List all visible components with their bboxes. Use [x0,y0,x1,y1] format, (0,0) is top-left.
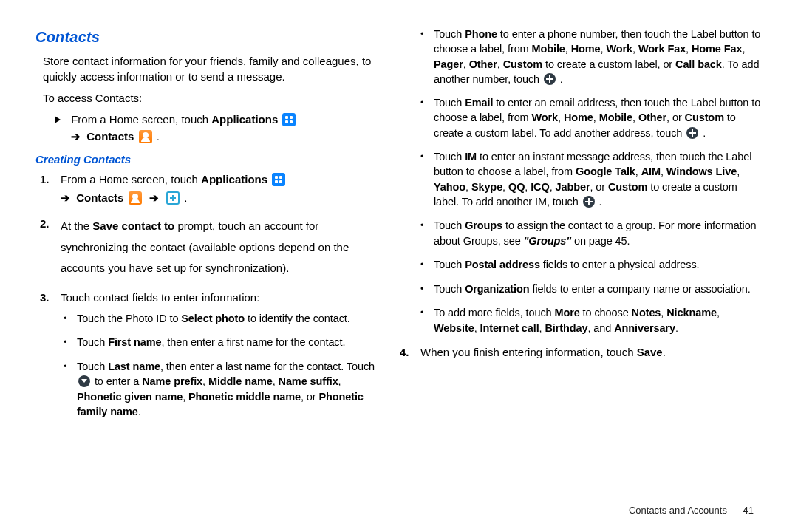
arrow-icon: ➔ [61,191,70,204]
intro-paragraph: Store contact information for your frien… [43,53,381,84]
arrow-icon: ➔ [71,130,81,143]
contacts-label: Contacts [86,130,134,143]
step-3: 3. Touch contact fields to enter informa… [40,290,381,429]
two-column-layout: Contacts Store contact information for y… [35,27,763,438]
contacts-icon [139,130,152,143]
sub-bullets-right: • Touch Phone to enter a phone number, t… [420,27,763,335]
applications-icon [282,113,296,126]
bullet-groups: Touch Groups to assign the contact to a … [434,218,763,248]
arrow-icon: ➔ [149,191,159,204]
applications-label: Applications [211,113,278,126]
bullet-photo: Touch the Photo ID to Select photo to id… [77,311,381,327]
add-contact-icon [166,191,180,205]
steps-list-cont: 4. When you finish entering information,… [400,344,763,360]
step-2: 2. At the Save contact to prompt, touch … [40,216,381,279]
access-lead: To access Contacts: [43,90,381,106]
contacts-icon [129,191,142,205]
text: From a Home screen, touch [71,113,211,126]
access-instruction: From a Home screen, touch Applications ➔… [55,112,381,144]
bullet-firstname: Touch First name, then enter a first nam… [77,335,381,350]
step-4: 4. When you finish entering information,… [400,344,763,360]
bullet-postal: Touch Postal address fields to enter a p… [434,257,763,273]
section-heading: Contacts [35,27,381,47]
page-footer: Contacts and Accounts 41 [629,504,754,517]
applications-icon [272,173,285,186]
bullet-phone: Touch Phone to enter a phone number, the… [434,27,763,86]
steps-list: 1. From a Home screen, touch Application… [40,171,381,428]
footer-section-title: Contacts and Accounts [629,505,727,516]
plus-icon [686,127,698,139]
left-column: Contacts Store contact information for y… [35,27,381,438]
subsection-heading: Creating Contacts [35,151,381,167]
bullet-im: Touch IM to enter an instant message add… [434,149,763,209]
step-1: 1. From a Home screen, touch Application… [40,171,381,205]
step-4-text: When you finish entering information, to… [420,344,763,360]
bullet-email: Touch Email to enter an email address, t… [434,95,763,140]
contacts-label: Contacts [76,191,123,204]
page-number: 41 [743,505,754,516]
bullet-organization: Touch Organization fields to enter a com… [434,282,763,297]
chevron-down-icon [78,375,90,387]
applications-label: Applications [201,173,267,185]
manual-page: Contacts Store contact information for y… [0,0,798,532]
step-3-text: Touch contact fields to enter informatio… [61,290,381,305]
text: From a Home screen, touch [61,173,201,185]
bullet-more: To add more fields, touch More to choose… [434,305,763,335]
step-2-text: At the Save contact to prompt, touch an … [61,216,381,279]
plus-icon [583,196,595,208]
plus-icon [544,73,556,85]
triangle-bullet-icon [55,116,61,123]
bullet-lastname: Touch Last name, then enter a last name … [77,359,381,419]
right-column: • Touch Phone to enter a phone number, t… [417,27,763,438]
sub-bullets-left: •Touch the Photo ID to Select photo to i… [64,311,381,420]
